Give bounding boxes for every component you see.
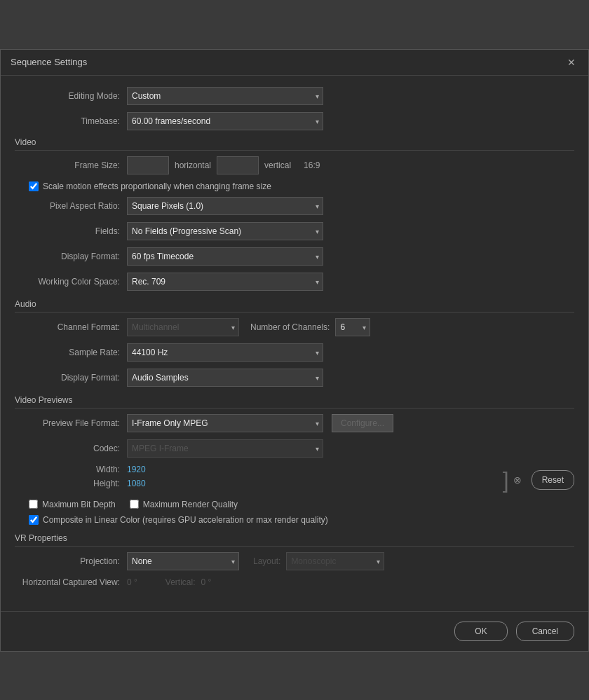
codec-select[interactable]: MPEG I-Frame	[127, 439, 323, 458]
fields-row: Fields: No Fields (Progressive Scan)	[15, 222, 574, 240]
frame-height-input[interactable]: 1080	[217, 156, 259, 174]
horizontal-label: horizontal	[175, 160, 211, 170]
scale-motion-row: Scale motion effects proportionally when…	[29, 181, 574, 191]
preview-format-select-wrapper[interactable]: I-Frame Only MPEG	[127, 414, 323, 432]
preview-format-select[interactable]: I-Frame Only MPEG	[127, 414, 323, 432]
sequence-settings-dialog: Sequence Settings ✕ Editing Mode: Custom…	[0, 49, 589, 652]
video-display-format-row: Display Format: 60 fps Timecode	[15, 247, 574, 266]
cancel-button[interactable]: Cancel	[516, 622, 574, 641]
editing-mode-select-wrapper[interactable]: Custom	[127, 87, 323, 105]
num-channels-select[interactable]: 6	[335, 318, 370, 336]
codec-select-wrapper[interactable]: MPEG I-Frame	[127, 439, 323, 458]
num-channels-select-wrapper[interactable]: 6	[335, 318, 370, 336]
timebase-row: Timebase: 60.00 frames/second	[15, 112, 574, 130]
aspect-ratio-label: 16:9	[304, 160, 320, 170]
vr-properties-section: VR Properties Projection: None Layout: M…	[15, 533, 574, 587]
close-button[interactable]: ✕	[564, 57, 578, 68]
codec-label: Codec:	[15, 444, 127, 453]
pixel-aspect-row: Pixel Aspect Ratio: Square Pixels (1.0)	[15, 197, 574, 215]
color-space-label: Working Color Space:	[15, 277, 127, 287]
projection-row: Projection: None Layout: Monoscopic	[15, 552, 574, 570]
scale-motion-label: Scale motion effects proportionally when…	[43, 181, 271, 191]
composite-linear-label: Composite in Linear Color (requires GPU …	[43, 515, 328, 525]
pixel-aspect-label: Pixel Aspect Ratio:	[15, 201, 127, 211]
preview-file-format-label: Preview File Format:	[15, 418, 127, 428]
vertical-label: Vertical:	[165, 577, 196, 587]
color-space-select[interactable]: Rec. 709	[127, 273, 323, 291]
color-space-select-wrapper[interactable]: Rec. 709	[127, 273, 323, 291]
timebase-select-wrapper[interactable]: 60.00 frames/second	[127, 112, 323, 130]
audio-display-format-row: Display Format: Audio Samples	[15, 369, 574, 387]
fields-select-wrapper[interactable]: No Fields (Progressive Scan)	[127, 222, 323, 240]
max-bit-depth-checkbox[interactable]	[29, 500, 38, 509]
projection-select-wrapper[interactable]: None	[127, 552, 239, 570]
editing-mode-row: Editing Mode: Custom	[15, 87, 574, 105]
color-space-row: Working Color Space: Rec. 709	[15, 273, 574, 291]
video-section: Video Frame Size: 1920 horizontal 1080 v…	[15, 137, 574, 291]
layout-select-wrapper[interactable]: Monoscopic	[286, 552, 384, 570]
height-label: Height:	[15, 479, 127, 488]
num-channels-label: Number of Channels:	[250, 322, 330, 332]
sample-rate-select-wrapper[interactable]: 44100 Hz	[127, 343, 323, 362]
fields-label: Fields:	[15, 226, 127, 236]
editing-mode-select[interactable]: Custom	[127, 87, 323, 105]
h-captured-view-label: Horizontal Captured View:	[15, 577, 127, 587]
audio-display-format-select[interactable]: Audio Samples	[127, 369, 323, 387]
max-bit-depth-label: Maximum Bit Depth	[42, 500, 116, 509]
channel-format-row: Channel Format: Multichannel Number of C…	[15, 318, 574, 336]
dialog-title: Sequence Settings	[11, 57, 87, 67]
dialog-content: Editing Mode: Custom Timebase: 60.00 fra…	[1, 76, 588, 607]
timebase-select[interactable]: 60.00 frames/second	[127, 112, 323, 130]
sample-rate-row: Sample Rate: 44100 Hz	[15, 343, 574, 362]
width-value: 1920	[127, 465, 146, 474]
pixel-aspect-select-wrapper[interactable]: Square Pixels (1.0)	[127, 197, 323, 215]
layout-select[interactable]: Monoscopic	[286, 552, 384, 570]
h-captured-view-value: 0 °	[127, 577, 137, 587]
frame-size-label: Frame Size:	[15, 160, 127, 170]
width-label: Width:	[15, 465, 127, 474]
video-previews-header: Video Previews	[15, 395, 574, 409]
video-display-format-select-wrapper[interactable]: 60 fps Timecode	[127, 247, 323, 266]
sample-rate-label: Sample Rate:	[15, 348, 127, 357]
video-display-format-select[interactable]: 60 fps Timecode	[127, 247, 323, 266]
frame-size-row: Frame Size: 1920 horizontal 1080 vertica…	[15, 156, 574, 174]
vr-section-header: VR Properties	[15, 533, 574, 547]
frame-width-input[interactable]: 1920	[127, 156, 169, 174]
width-row: Width: 1920	[15, 465, 489, 474]
pixel-aspect-select[interactable]: Square Pixels (1.0)	[127, 197, 323, 215]
channel-format-select[interactable]: Multichannel	[127, 318, 239, 336]
audio-section-header: Audio	[15, 299, 574, 313]
bracket-icon: ]	[503, 469, 509, 491]
timebase-label: Timebase:	[15, 116, 127, 126]
channel-format-select-wrapper[interactable]: Multichannel	[127, 318, 239, 336]
video-section-header: Video	[15, 137, 574, 151]
projection-select[interactable]: None	[127, 552, 239, 570]
scale-motion-checkbox[interactable]	[29, 181, 39, 191]
bracket-reset-group: ] ⊗ Reset	[503, 469, 574, 491]
codec-row: Codec: MPEG I-Frame	[15, 439, 574, 458]
fields-select[interactable]: No Fields (Progressive Scan)	[127, 222, 323, 240]
composite-linear-checkbox[interactable]	[29, 515, 39, 525]
reset-button[interactable]: Reset	[532, 470, 574, 490]
link-icon: ⊗	[513, 474, 522, 486]
ok-button[interactable]: OK	[454, 622, 507, 641]
vertical-value: 0 °	[201, 577, 212, 587]
layout-label: Layout:	[253, 556, 280, 566]
max-render-quality-checkbox[interactable]	[130, 500, 139, 509]
channel-format-label: Channel Format:	[15, 322, 127, 332]
captured-view-row: Horizontal Captured View: 0 ° Vertical: …	[15, 577, 574, 587]
height-value: 1080	[127, 479, 146, 488]
vertical-label: vertical	[264, 160, 291, 170]
max-render-quality-label: Maximum Render Quality	[143, 500, 238, 509]
audio-section: Audio Channel Format: Multichannel Numbe…	[15, 299, 574, 387]
audio-display-format-label: Display Format:	[15, 373, 127, 383]
configure-button[interactable]: Configure...	[332, 414, 393, 432]
preview-file-format-row: Preview File Format: I-Frame Only MPEG C…	[15, 414, 574, 432]
sample-rate-select[interactable]: 44100 Hz	[127, 343, 323, 362]
audio-display-format-select-wrapper[interactable]: Audio Samples	[127, 369, 323, 387]
height-row: Height: 1080	[15, 479, 489, 488]
title-bar: Sequence Settings ✕	[1, 50, 588, 76]
footer-buttons: OK Cancel	[1, 611, 588, 651]
quality-checkboxes-row: Maximum Bit Depth Maximum Render Quality	[29, 500, 574, 509]
editing-mode-label: Editing Mode:	[15, 91, 127, 101]
